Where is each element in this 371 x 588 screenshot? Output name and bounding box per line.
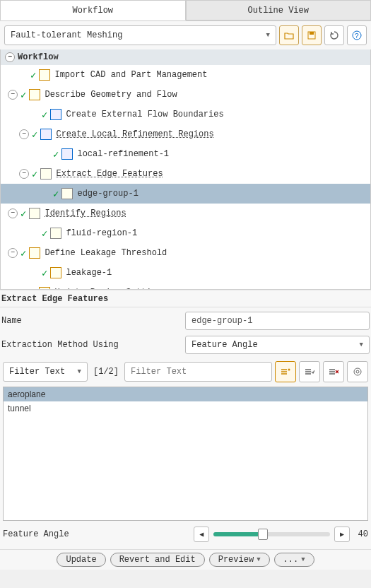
- check-icon: ✓: [42, 109, 47, 121]
- expander-icon[interactable]: −: [19, 169, 29, 179]
- dropdown-caret-icon: ▼: [301, 556, 305, 563]
- leakage-icon: [29, 247, 40, 259]
- name-value: edge-group-1: [192, 316, 252, 326]
- node-label: edge-group-1: [77, 189, 138, 199]
- select-visible-button[interactable]: [299, 361, 320, 382]
- refresh-button[interactable]: [324, 25, 344, 45]
- node-extract-edge[interactable]: − ✓ Extract Edge Features: [1, 164, 370, 184]
- tab-outline-label: Outline View: [248, 6, 309, 16]
- check-icon: ✓: [20, 208, 26, 220]
- node-label: Import CAD and Part Management: [54, 70, 207, 80]
- extract-edge-icon: [40, 168, 52, 180]
- node-import-cad[interactable]: ✓ Import CAD and Part Management: [1, 65, 370, 85]
- deselect-button[interactable]: [323, 361, 344, 382]
- name-input[interactable]: edge-group-1: [185, 312, 370, 330]
- node-label: local-refinement-1: [77, 149, 169, 159]
- node-update-region[interactable]: ✓ Update Region Settings: [1, 283, 370, 290]
- tab-workflow[interactable]: Workflow: [0, 0, 186, 20]
- dropdown-caret-icon: ▼: [78, 368, 81, 375]
- expander-icon[interactable]: −: [8, 208, 18, 218]
- node-label: Create Local Refinement Regions: [56, 129, 213, 139]
- expander-icon[interactable]: −: [8, 248, 18, 258]
- node-identify-regions[interactable]: − ✓ Identify Regions: [1, 204, 370, 223]
- open-folder-button[interactable]: [279, 25, 299, 45]
- action-bar: Update Revert and Edit Preview▼ ...▼: [0, 549, 371, 570]
- refinement-icon: [40, 129, 52, 140]
- node-leakage-1[interactable]: ✓ leakage-1: [1, 263, 370, 283]
- feature-angle-label: Feature Angle: [3, 529, 69, 539]
- expander-icon[interactable]: −: [5, 52, 15, 62]
- svg-point-6: [356, 370, 359, 373]
- check-icon: ✓: [30, 287, 36, 290]
- slider-thumb[interactable]: [258, 529, 268, 540]
- slider-fill: [213, 532, 260, 536]
- node-label: Update Region Settings: [54, 288, 166, 290]
- svg-point-4: [288, 369, 290, 371]
- check-icon: ✓: [20, 247, 26, 259]
- node-label: Define Leakage Threshold: [45, 248, 167, 258]
- select-all-button[interactable]: [275, 361, 296, 382]
- workflow-select[interactable]: Fault-tolerant Meshing ▼: [4, 25, 276, 45]
- save-button[interactable]: [302, 25, 322, 45]
- feature-angle-row: Feature Angle ◀ ▶ 40: [1, 524, 370, 545]
- node-edge-group-1[interactable]: ✓ edge-group-1: [1, 184, 370, 204]
- check-icon: ✓: [53, 188, 59, 200]
- dropdown-caret-icon: ▼: [257, 556, 260, 563]
- node-local-refinement-1[interactable]: ✓ local-refinement-1: [1, 144, 370, 164]
- feature-angle-value: 40: [354, 529, 368, 539]
- check-icon: ✓: [20, 89, 26, 101]
- workflow-select-label: Fault-tolerant Meshing: [11, 30, 122, 40]
- expander-icon[interactable]: −: [8, 90, 18, 100]
- save-icon: [307, 31, 316, 40]
- more-label: ...: [283, 555, 299, 565]
- filter-input[interactable]: [124, 362, 272, 382]
- regions-icon: [29, 208, 40, 219]
- node-define-leakage[interactable]: − ✓ Define Leakage Threshold: [1, 243, 370, 263]
- refresh-icon: [329, 30, 339, 40]
- dropdown-caret-icon: ▼: [266, 32, 270, 39]
- preview-button[interactable]: Preview▼: [209, 553, 270, 567]
- refinement-item-icon: [61, 148, 73, 160]
- workflow-tree: − Workflow ✓ Import CAD and Part Managem…: [0, 49, 371, 290]
- name-label: Name: [1, 316, 185, 326]
- angle-increase-button[interactable]: ▶: [334, 527, 350, 542]
- feature-angle-slider[interactable]: [213, 532, 330, 536]
- geometry-icon: [29, 89, 40, 100]
- node-label: Describe Geometry and Flow: [45, 90, 177, 100]
- tree-header[interactable]: − Workflow: [1, 49, 370, 65]
- target-button[interactable]: [347, 361, 368, 382]
- tab-workflow-label: Workflow: [72, 6, 113, 16]
- update-region-icon: [39, 287, 50, 290]
- help-button[interactable]: ?: [347, 25, 367, 45]
- check-icon: ✓: [32, 168, 37, 180]
- object-list[interactable]: aeroplane tunnel: [3, 387, 368, 521]
- filter-mode-select[interactable]: Filter Text ▼: [3, 362, 88, 382]
- expander-icon[interactable]: −: [19, 129, 29, 139]
- list-item-aeroplane[interactable]: aeroplane: [4, 387, 367, 401]
- check-icon: ✓: [30, 69, 36, 81]
- fluid-region-icon: [50, 228, 61, 239]
- update-button[interactable]: Update: [57, 553, 105, 567]
- tab-outline-view[interactable]: Outline View: [186, 0, 372, 20]
- method-select[interactable]: Feature Angle ▼: [185, 336, 370, 354]
- tree-header-label: Workflow: [18, 52, 59, 62]
- check-icon: ✓: [32, 129, 37, 141]
- node-fluid-region-1[interactable]: ✓ fluid-region-1: [1, 223, 370, 243]
- node-describe-geometry[interactable]: − ✓ Describe Geometry and Flow: [1, 85, 370, 105]
- dropdown-caret-icon: ▼: [360, 341, 363, 348]
- node-label: leakage-1: [66, 268, 112, 278]
- node-label: fluid-region-1: [66, 228, 137, 238]
- revert-label: Revert and Edit: [119, 555, 196, 565]
- more-button[interactable]: ...▼: [274, 553, 314, 567]
- select-visible-icon: [305, 368, 314, 376]
- check-icon: ✓: [42, 267, 47, 279]
- angle-decrease-button[interactable]: ◀: [194, 527, 209, 542]
- svg-point-5: [354, 368, 361, 375]
- list-item-tunnel[interactable]: tunnel: [4, 401, 367, 416]
- revert-button[interactable]: Revert and Edit: [110, 553, 205, 567]
- node-external-flow[interactable]: ✓ Create External Flow Boundaries: [1, 105, 370, 124]
- method-label: Extraction Method Using: [1, 340, 185, 350]
- svg-rect-1: [310, 32, 314, 35]
- folder-icon: [284, 31, 294, 40]
- node-local-refinement[interactable]: − ✓ Create Local Refinement Regions: [1, 124, 370, 144]
